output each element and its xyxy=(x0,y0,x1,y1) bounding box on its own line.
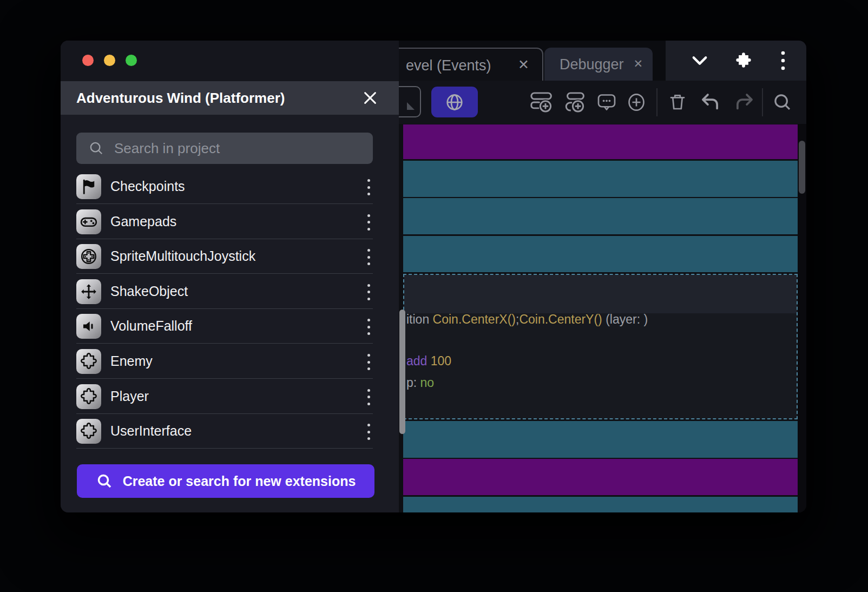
code-text: (layer: ) xyxy=(602,312,648,326)
search-icon xyxy=(96,472,113,490)
project-manager-panel: Adventurous Wind (Platformer) Checkpoint… xyxy=(61,41,399,512)
add-event-icon[interactable] xyxy=(530,91,553,113)
app-window: evel (Events) ✕ Debugger ✕ xyxy=(61,41,806,512)
trash-icon[interactable] xyxy=(668,92,687,113)
flag-icon xyxy=(76,174,101,199)
item-label: SpriteMultitouchJoystick xyxy=(110,248,255,264)
globe-icon xyxy=(444,92,465,113)
search-icon[interactable] xyxy=(772,92,793,113)
list-item-shakeobject[interactable]: ShakeObject xyxy=(76,274,373,309)
create-extension-button[interactable]: Create or search for new extensions xyxy=(77,464,374,498)
list-item-spritemultitouchjoystick[interactable]: SpriteMultitouchJoystick xyxy=(76,239,373,274)
search-input[interactable] xyxy=(114,140,373,157)
globe-button[interactable] xyxy=(431,87,478,117)
close-window-button[interactable] xyxy=(82,55,94,66)
project-title: Adventurous Wind (Platformer) xyxy=(76,90,285,107)
kebab-menu-icon[interactable] xyxy=(366,177,371,198)
event-row[interactable] xyxy=(403,497,798,512)
speaker-icon xyxy=(76,314,101,339)
kebab-menu-icon[interactable] xyxy=(366,247,371,267)
titlebar-actions xyxy=(666,41,806,81)
tab-debugger[interactable]: Debugger ✕ xyxy=(544,48,653,81)
tab-label: evel (Events) xyxy=(406,57,491,74)
list-item-gamepads[interactable]: Gamepads xyxy=(76,205,373,239)
close-icon[interactable]: ✕ xyxy=(633,57,643,70)
puzzle-icon[interactable] xyxy=(735,52,752,69)
window-titlebar[interactable] xyxy=(61,41,399,81)
kebab-menu-icon[interactable] xyxy=(366,317,371,337)
event-row[interactable] xyxy=(403,124,798,159)
list-item-player[interactable]: Player xyxy=(76,379,373,414)
tab-label: Debugger xyxy=(560,56,624,73)
kebab-menu-icon[interactable] xyxy=(366,422,371,442)
kebab-menu-icon[interactable] xyxy=(780,50,786,71)
event-row[interactable] xyxy=(403,421,798,458)
kebab-menu-icon[interactable] xyxy=(366,352,371,372)
desktop-background: evel (Events) ✕ Debugger ✕ xyxy=(0,0,868,592)
list-item-volumefalloff[interactable]: VolumeFalloff xyxy=(76,309,373,344)
item-label: Enemy xyxy=(110,353,153,369)
triangle-glyph xyxy=(407,102,415,110)
code-text: ition xyxy=(406,312,433,326)
item-label: Checkpoints xyxy=(110,179,185,194)
list-item-enemy[interactable]: Enemy xyxy=(76,344,373,379)
item-label: UserInterface xyxy=(110,423,192,439)
puzzle-icon xyxy=(76,349,101,374)
item-label: Player xyxy=(110,389,149,404)
puzzle-icon xyxy=(76,384,101,409)
gamepad-icon xyxy=(76,209,101,234)
events-scrollbar-track[interactable] xyxy=(798,124,806,512)
move-arrows-icon xyxy=(76,279,101,304)
code-text: p: xyxy=(406,376,420,390)
toolbar-divider xyxy=(762,88,763,116)
selected-event-block[interactable]: ition Coin.CenterX();Coin.CenterY() (lay… xyxy=(403,274,798,419)
close-icon[interactable]: ✕ xyxy=(518,57,529,73)
dpad-icon xyxy=(76,244,101,269)
panel-scrollbar-thumb[interactable] xyxy=(399,310,405,434)
event-action-line[interactable]: add 100 xyxy=(406,353,451,369)
events-scrollbar-thumb[interactable] xyxy=(799,141,805,194)
event-row[interactable] xyxy=(403,198,798,234)
code-expression: Coin.CenterY() xyxy=(519,312,602,326)
undo-icon[interactable] xyxy=(699,93,721,112)
item-label: VolumeFalloff xyxy=(110,318,192,334)
comment-icon[interactable] xyxy=(597,93,616,112)
project-search[interactable] xyxy=(76,133,373,164)
code-keyword: add xyxy=(406,354,431,368)
minimize-window-button[interactable] xyxy=(104,55,115,66)
kebab-menu-icon[interactable] xyxy=(366,387,371,407)
event-condition-area[interactable] xyxy=(404,275,797,313)
item-label: ShakeObject xyxy=(110,284,188,299)
close-icon[interactable] xyxy=(362,90,378,108)
puzzle-icon xyxy=(76,419,101,444)
event-row[interactable] xyxy=(403,459,798,495)
kebab-menu-icon[interactable] xyxy=(366,212,371,233)
event-row[interactable] xyxy=(403,236,798,272)
zoom-window-button[interactable] xyxy=(126,55,137,66)
chevron-down-icon[interactable] xyxy=(692,55,708,67)
event-action-line[interactable]: p: no xyxy=(406,374,434,391)
code-value: no xyxy=(420,376,435,390)
kebab-menu-icon[interactable] xyxy=(366,282,371,302)
events-sheet: ition Coin.CenterX();Coin.CenterY() (lay… xyxy=(399,124,806,512)
add-subevent-icon[interactable] xyxy=(563,91,586,113)
redo-icon[interactable] xyxy=(734,93,755,112)
list-item-userinterface[interactable]: UserInterface xyxy=(76,414,373,449)
code-value: 100 xyxy=(431,354,451,368)
search-icon xyxy=(88,140,104,156)
item-label: Gamepads xyxy=(110,214,176,229)
event-row[interactable] xyxy=(403,161,798,197)
event-action-line[interactable]: ition Coin.CenterX();Coin.CenterY() (lay… xyxy=(406,311,648,327)
panel-header: Adventurous Wind (Platformer) xyxy=(61,81,399,115)
code-expression: Coin.CenterX() xyxy=(433,312,516,326)
circle-plus-icon[interactable] xyxy=(627,92,646,113)
create-extension-label: Create or search for new extensions xyxy=(123,473,356,489)
list-item-checkpoints[interactable]: Checkpoints xyxy=(76,169,373,204)
toolbar-divider xyxy=(656,88,657,116)
